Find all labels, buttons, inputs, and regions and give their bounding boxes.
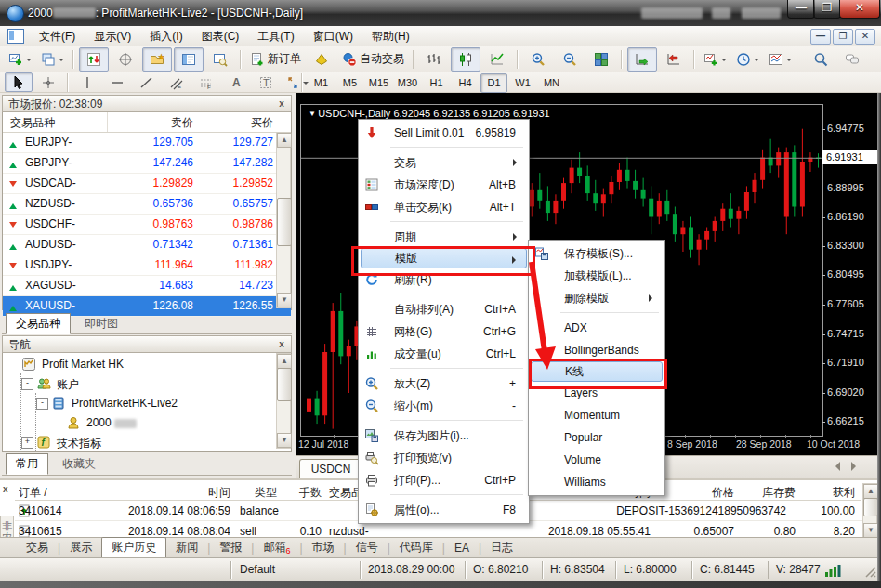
timeframe-m1-button[interactable]: M1 — [308, 73, 335, 93]
terminal-tab-0[interactable]: 交易 — [17, 538, 58, 557]
scroll-up-icon[interactable]: ▲ — [277, 133, 292, 148]
menubar-item-6[interactable]: 帮助(H) — [362, 26, 419, 47]
one-click-collapse-icon[interactable]: ▼ — [309, 110, 318, 118]
navigator-node-4[interactable]: +f技术指标 — [3, 433, 291, 452]
market-watch-row-xagusd[interactable]: XAGUSD-14.68314.723 — [3, 276, 291, 296]
context-menu-item-0[interactable]: Sell Limit 0.016.95819 — [361, 122, 527, 144]
child-close-button[interactable]: ✕ — [855, 29, 875, 45]
timeframe-m15-button[interactable]: M15 — [365, 73, 392, 93]
market-watch-row-gbpjpy[interactable]: GBPJPY-147.246147.282 — [3, 153, 291, 174]
market-watch-toggle-button[interactable] — [79, 47, 109, 72]
menubar-item-0[interactable]: 文件(F) — [30, 26, 85, 47]
dropdown-caret-icon[interactable] — [26, 59, 32, 64]
scroll-up-icon[interactable]: ▲ — [277, 354, 292, 369]
terminal-column-8[interactable]: 获利 — [797, 485, 855, 501]
context-menu-item-2[interactable]: 交易 — [361, 151, 527, 174]
timeframe-h1-button[interactable]: H1 — [423, 73, 450, 93]
terminal-close-icon[interactable]: x — [3, 484, 8, 494]
channel-tool-button[interactable]: E — [163, 72, 191, 92]
navigator-scrollbar[interactable]: ▲ ▼ — [276, 353, 291, 449]
new-order-button[interactable]: 新订单 — [246, 47, 305, 72]
navigator-close-icon[interactable]: x — [276, 339, 287, 350]
menubar-item-2[interactable]: 插入(I) — [140, 26, 191, 47]
strategy-tester-button[interactable] — [205, 47, 235, 72]
timeframe-mn-button[interactable]: MN — [538, 73, 565, 93]
resize-grip[interactable] — [864, 566, 877, 579]
context-menu-item-21[interactable]: 属性(o)...F8 — [361, 499, 527, 521]
context-menu-item-11[interactable]: 网格(G)Ctrl+G — [361, 320, 527, 343]
data-window-button[interactable] — [111, 47, 140, 72]
scroll-down-icon[interactable]: ▼ — [863, 523, 878, 538]
context-menu-item-8[interactable]: 刷新(R) — [361, 268, 527, 291]
chart-tab-usdcnh[interactable]: USDCN — [299, 459, 362, 479]
terminal-tab-7[interactable]: 信号 — [347, 538, 388, 557]
chat-button[interactable] — [837, 47, 867, 72]
terminal-tab-6[interactable]: 市场 — [303, 538, 344, 557]
dropdown-caret-icon[interactable] — [59, 59, 64, 64]
vertical-line-tool-button[interactable] — [73, 72, 101, 92]
navigator-toggle-button[interactable]: ★ — [142, 47, 172, 72]
terminal-column-6[interactable]: 价格 — [662, 485, 734, 501]
template-submenu-item-8[interactable]: Momentum — [531, 404, 663, 426]
market-watch-row-usdcad[interactable]: USDCAD-1.298291.29852 — [3, 174, 291, 194]
chart-shift-button[interactable] — [659, 47, 689, 72]
context-menu-item-4[interactable]: 单击交易(k)Alt+T — [361, 196, 527, 218]
market-watch-row-usdjpy[interactable]: USDJPY-111.964111.982 — [3, 255, 291, 276]
autotrading-button[interactable]: 自动交易 — [338, 47, 408, 72]
market-watch-scrollbar[interactable]: ▲ ▼ — [276, 132, 291, 308]
metaeditor-button[interactable] — [307, 47, 336, 72]
navigator-tab-favorites[interactable]: 收藏夹 — [52, 453, 106, 475]
scrollbar-thumb[interactable] — [277, 368, 292, 401]
bar-chart-mode-button[interactable] — [419, 47, 449, 72]
terminal-tab-1[interactable]: 展示 — [60, 538, 101, 557]
expand-icon[interactable]: + — [21, 437, 33, 449]
indicators-list-button[interactable] — [700, 47, 730, 72]
navigator-node-0[interactable]: Profit Market HK — [3, 355, 291, 374]
terminal-tab-4[interactable]: 警报 — [210, 538, 251, 557]
search-button[interactable] — [806, 47, 835, 72]
template-submenu-item-7[interactable]: Layers — [531, 382, 663, 404]
line-chart-mode-button[interactable] — [482, 47, 512, 72]
terminal-tab-8[interactable]: 代码库 — [390, 538, 442, 557]
text-tool-button[interactable]: A — [222, 72, 250, 92]
template-submenu-item-4[interactable]: ADX — [531, 317, 663, 339]
timeframe-m30-button[interactable]: M30 — [394, 73, 421, 93]
market-watch-tab-symbols[interactable]: 交易品种 — [6, 313, 71, 334]
context-menu-item-18[interactable]: 打印预览(v) — [361, 447, 527, 469]
terminal-column-0[interactable]: 订单 / — [19, 485, 91, 501]
collapse-icon[interactable]: - — [36, 398, 48, 410]
template-submenu-item-2[interactable]: 删除模版 — [531, 287, 663, 309]
scroll-down-icon[interactable]: ▼ — [277, 433, 292, 448]
window-minimize-button[interactable]: — — [787, 0, 815, 19]
navigator-node-3[interactable]: 2000 — [3, 413, 291, 433]
navigator-tab-common[interactable]: 常用 — [6, 453, 48, 475]
scrollbar-thumb[interactable] — [863, 498, 878, 516]
template-submenu-item-10[interactable]: Volume — [531, 449, 663, 471]
templates-button[interactable] — [765, 47, 796, 72]
menubar-item-1[interactable]: 显示(V) — [85, 26, 140, 47]
dropdown-caret-icon[interactable] — [754, 59, 759, 64]
market-watch-row-eurjpy[interactable]: EURJPY-129.705129.727 — [3, 133, 291, 153]
periods-button[interactable] — [732, 47, 763, 72]
child-minimize-button[interactable]: — — [810, 29, 831, 45]
terminal-column-2[interactable]: 类型 — [240, 485, 292, 501]
market-watch-row-nzdusd[interactable]: NZDUSD-0.657360.65757 — [3, 194, 291, 215]
template-submenu-item-1[interactable]: 加载模版(L)... — [531, 265, 663, 287]
market-watch-row-usdchf[interactable]: USDCHF-0.987630.98786 — [3, 215, 291, 235]
market-watch-close-icon[interactable]: x — [276, 98, 287, 110]
template-submenu-item-0[interactable]: 保存模板(S)... — [531, 242, 663, 265]
window-close-button[interactable]: ✕ — [839, 0, 880, 19]
auto-scroll-button[interactable] — [627, 47, 657, 72]
dropdown-caret-icon[interactable] — [721, 59, 727, 64]
template-submenu-item-9[interactable]: Popular — [531, 426, 663, 449]
template-submenu-item-5[interactable]: BollingerBands — [531, 339, 663, 361]
terminal-toggle-button[interactable] — [174, 47, 204, 72]
timeframe-h4-button[interactable]: H4 — [452, 73, 479, 93]
scroll-down-icon[interactable]: ▼ — [277, 293, 292, 307]
child-restore-button[interactable]: ❐ — [833, 29, 853, 45]
terminal-column-1[interactable]: 时间 — [93, 485, 230, 501]
dropdown-caret-icon[interactable] — [786, 59, 792, 64]
menubar-item-5[interactable]: 窗口(W) — [304, 26, 362, 47]
context-menu-item-14[interactable]: 放大(Z)+ — [361, 372, 527, 395]
scrollbar-thumb[interactable] — [277, 198, 292, 246]
